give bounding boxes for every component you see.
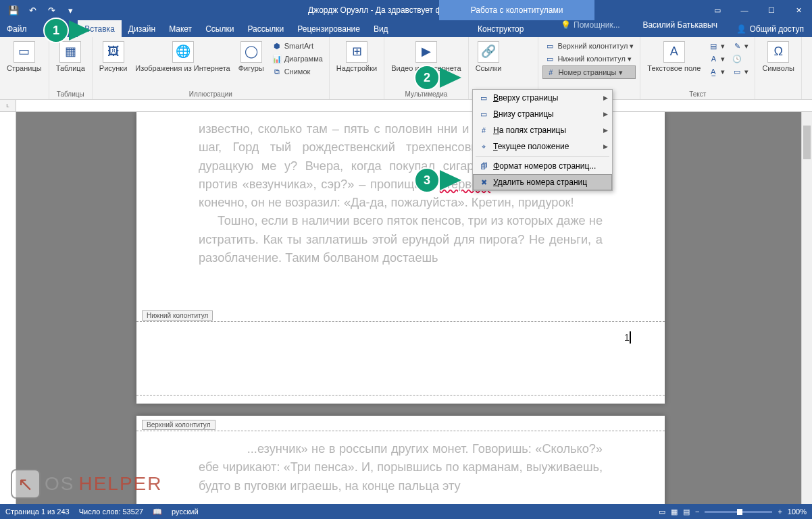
- undo-icon[interactable]: ↶: [24, 2, 41, 18]
- status-wordcount[interactable]: Число слов: 53527: [79, 508, 143, 516]
- group-label-text: Текст: [644, 89, 751, 99]
- ruler-corner: L: [0, 100, 16, 112]
- tab-view[interactable]: Вид: [367, 20, 395, 37]
- pagenum-margins-item[interactable]: # На полях страницы ▶: [473, 122, 612, 138]
- callout-2-number: 2: [414, 65, 440, 90]
- table-label: Таблица: [56, 64, 85, 73]
- chevron-right-icon: ▶: [603, 94, 608, 101]
- pagenum-margins-label: На полях страницы: [493, 126, 566, 135]
- chart-button[interactable]: 📊Диаграмма: [270, 53, 325, 65]
- zoom-level[interactable]: 100%: [788, 508, 807, 516]
- horizontal-ruler[interactable]: [16, 100, 812, 112]
- pagenum-remove-item[interactable]: ✖ Удалить номера страниц: [473, 174, 612, 190]
- account-username[interactable]: Василий Батькавыч: [636, 20, 724, 30]
- view-print-icon[interactable]: ▦: [671, 508, 678, 516]
- tab-designer[interactable]: Конструктор: [465, 20, 536, 37]
- online-pictures-label: Изображения из Интернета: [135, 64, 230, 73]
- vertical-ruler[interactable]: [0, 112, 16, 504]
- addins-icon: ⊞: [346, 41, 367, 63]
- signature-button[interactable]: ✎▾: [730, 40, 751, 52]
- zoom-in-icon[interactable]: +: [778, 508, 782, 516]
- shapes-button[interactable]: ◯ Фигуры: [236, 40, 267, 74]
- screenshot-button[interactable]: ⧉Снимок: [270, 65, 325, 78]
- group-label-illustrations: Иллюстрации: [97, 89, 325, 99]
- links-button[interactable]: 🔗 Ссылки: [473, 40, 505, 74]
- tab-file[interactable]: Файл: [0, 20, 34, 37]
- qat-customize-icon[interactable]: ▾: [62, 2, 78, 18]
- page-number-button[interactable]: #Номер страницы ▾: [542, 65, 636, 79]
- callout-3-number: 3: [414, 167, 440, 193]
- pages-button[interactable]: ▭ Страницы: [4, 40, 45, 74]
- pagenum-current-item[interactable]: ⌖ Текущее положение ▶: [473, 138, 612, 155]
- symbol-icon: Ω: [767, 41, 789, 63]
- close-icon[interactable]: ✕: [785, 0, 812, 20]
- header-button[interactable]: ▭Верхний колонтитул ▾: [542, 40, 636, 52]
- pictures-button[interactable]: 🖼 Рисунки: [97, 40, 130, 74]
- screenshot-label: Снимок: [284, 67, 311, 76]
- datetime-button[interactable]: 🕓: [730, 53, 751, 65]
- tab-layout[interactable]: Макет: [162, 20, 199, 37]
- page-2[interactable]: Верхний колонтитул ...езунчик» не в росс…: [136, 416, 665, 504]
- callout-2: 2: [414, 65, 461, 90]
- dropcap-button[interactable]: A̲▾: [706, 65, 727, 78]
- header-region[interactable]: Верхний колонтитул: [136, 431, 665, 504]
- zoom-slider[interactable]: [705, 511, 772, 513]
- ribbon-options-icon[interactable]: ▭: [704, 0, 731, 20]
- tab-design[interactable]: Дизайн: [122, 20, 162, 37]
- tell-me-placeholder: Помощник...: [574, 20, 620, 30]
- share-label: Общий доступ: [749, 24, 804, 34]
- zoom-slider-thumb[interactable]: [737, 509, 742, 515]
- footer-tag: Нижний колонтитул: [142, 310, 213, 321]
- footer-button[interactable]: ▭Нижний колонтитул ▾: [542, 53, 636, 65]
- smartart-icon: ⬢: [272, 40, 282, 51]
- tab-references[interactable]: Ссылки: [199, 20, 240, 37]
- pagenum-current-label: Текущее положение: [493, 142, 569, 151]
- addins-button[interactable]: ⊞ Надстройки: [334, 40, 380, 74]
- screenshot-icon: ⧉: [272, 66, 282, 77]
- pagenum-bottom-item[interactable]: ▭ Внизу страницы ▶: [473, 106, 612, 122]
- pagenum-format-item[interactable]: 🗐 Формат номеров страниц...: [473, 158, 612, 174]
- symbols-button[interactable]: Ω Символы: [759, 40, 797, 74]
- titlebar: 💾 ↶ ↷ ▾ Джордж Оруэлл - Да здравствует ф…: [0, 0, 812, 20]
- minimize-icon[interactable]: —: [731, 0, 758, 20]
- para2-text: Тошно, если в наличии всего пяток пенсов…: [199, 212, 603, 267]
- page-number-field[interactable]: 1: [624, 332, 630, 343]
- scroll-thumb[interactable]: [803, 126, 811, 159]
- pagenum-remove-icon: ✖: [478, 177, 489, 188]
- status-language[interactable]: русский: [172, 508, 198, 516]
- tab-review[interactable]: Рецензирование: [290, 20, 367, 37]
- group-label-addins: [334, 89, 380, 99]
- quickparts-button[interactable]: ▤▾: [706, 40, 727, 52]
- tell-me-search[interactable]: 💡 Помощник...: [561, 20, 620, 30]
- shapes-icon: ◯: [240, 41, 262, 63]
- view-read-icon[interactable]: ▭: [659, 508, 665, 516]
- status-page[interactable]: Страница 1 из 243: [5, 508, 70, 516]
- smartart-button[interactable]: ⬢SmartArt: [270, 40, 325, 52]
- link-icon: 🔗: [478, 41, 499, 63]
- view-web-icon[interactable]: ▤: [683, 508, 690, 516]
- wordart-button[interactable]: A▾: [706, 53, 727, 65]
- page-icon: ▭: [14, 41, 35, 63]
- vertical-scrollbar[interactable]: [801, 112, 812, 504]
- pagenum-top-item[interactable]: ▭ Вверху страницы ▶: [473, 90, 612, 106]
- online-picture-icon: 🌐: [172, 41, 194, 63]
- proofing-icon[interactable]: 📖: [153, 508, 162, 516]
- table-button[interactable]: ▦ Таблица: [53, 40, 88, 74]
- table-icon: ▦: [59, 41, 81, 63]
- chevron-right-icon: ▶: [603, 111, 608, 117]
- share-button[interactable]: 👤 Общий доступ: [728, 20, 812, 37]
- save-icon[interactable]: 💾: [5, 2, 22, 18]
- object-button[interactable]: ▭▾: [730, 65, 751, 78]
- callout-1-arrow: [69, 20, 91, 40]
- zoom-out-icon[interactable]: −: [695, 508, 699, 516]
- textbox-icon: A: [663, 41, 685, 63]
- footer-region[interactable]: Нижний колонтитул: [136, 321, 665, 395]
- shapes-label: Фигуры: [238, 64, 264, 73]
- group-label-tables: Таблицы: [53, 89, 88, 99]
- tab-mailings[interactable]: Рассылки: [240, 20, 290, 37]
- online-pictures-button[interactable]: 🌐 Изображения из Интернета: [132, 40, 232, 74]
- textbox-button[interactable]: A Текстовое поле: [644, 40, 703, 74]
- redo-icon[interactable]: ↷: [43, 2, 59, 18]
- maximize-icon[interactable]: ☐: [758, 0, 785, 20]
- ribbon-group-pages: ▭ Страницы: [0, 37, 49, 99]
